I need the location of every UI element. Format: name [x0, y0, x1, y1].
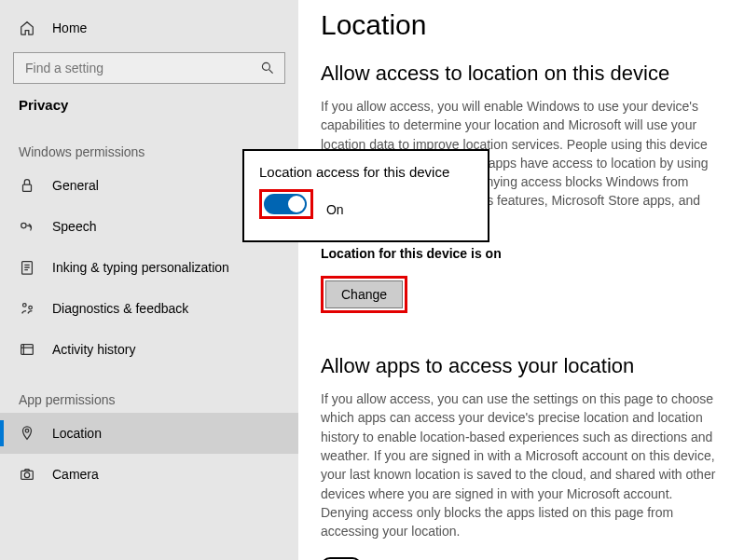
- search-icon: [260, 61, 275, 75]
- location-access-popup: Location access for this device On: [242, 149, 489, 242]
- main-content: Location Allow access to location on thi…: [298, 0, 744, 560]
- svg-point-4: [23, 304, 27, 307]
- sidebar-item-diagnostics[interactable]: Diagnostics & feedback: [0, 288, 298, 329]
- home-icon: [19, 20, 35, 36]
- popup-toggle-label: On: [326, 202, 344, 217]
- change-button[interactable]: Change: [325, 280, 403, 308]
- section2-body: If you allow access, you can use the set…: [321, 389, 722, 540]
- sidebar-category: Privacy: [0, 93, 298, 122]
- sidebar-home[interactable]: Home: [0, 7, 298, 48]
- location-status: Location for this device is on: [321, 246, 722, 261]
- svg-point-9: [24, 472, 29, 477]
- change-highlight: Change: [321, 276, 407, 313]
- camera-icon: [19, 466, 35, 483]
- sidebar-item-label: Diagnostics & feedback: [52, 301, 188, 316]
- sidebar-item-camera[interactable]: Camera: [0, 454, 298, 495]
- page-title: Location: [321, 9, 722, 41]
- search-input[interactable]: [13, 52, 285, 84]
- svg-rect-6: [21, 345, 34, 355]
- location-access-toggle[interactable]: [264, 194, 307, 214]
- svg-point-5: [29, 306, 33, 309]
- search-field[interactable]: [23, 60, 260, 76]
- feedback-icon: [19, 300, 35, 317]
- sidebar-item-inking[interactable]: Inking & typing personalization: [0, 247, 298, 288]
- history-icon: [19, 341, 35, 358]
- settings-sidebar: Home Privacy Windows permissions General…: [0, 0, 298, 560]
- section-header-app: App permissions: [0, 370, 298, 413]
- sidebar-home-label: Home: [52, 20, 87, 35]
- sidebar-item-label: General: [52, 178, 99, 193]
- svg-point-0: [262, 62, 269, 70]
- section2-title: Allow apps to access your location: [321, 354, 722, 378]
- sidebar-item-label: Inking & typing personalization: [52, 260, 229, 275]
- popup-title: Location access for this device: [259, 164, 473, 180]
- section1-title: Allow access to location on this device: [321, 61, 722, 86]
- sidebar-item-label: Activity history: [52, 342, 135, 357]
- lock-icon: [19, 177, 35, 194]
- sidebar-item-activity[interactable]: Activity history: [0, 329, 298, 370]
- location-icon: [19, 425, 35, 442]
- sidebar-item-label: Speech: [52, 219, 96, 234]
- speech-icon: [19, 218, 35, 235]
- sidebar-item-label: Location: [52, 426, 102, 441]
- svg-point-2: [21, 223, 26, 227]
- sidebar-item-location[interactable]: Location: [0, 413, 298, 454]
- svg-point-7: [25, 430, 29, 433]
- svg-rect-1: [23, 184, 32, 191]
- sidebar-item-label: Camera: [52, 467, 99, 482]
- popup-toggle-highlight: [259, 189, 313, 219]
- clipboard-icon: [19, 259, 35, 276]
